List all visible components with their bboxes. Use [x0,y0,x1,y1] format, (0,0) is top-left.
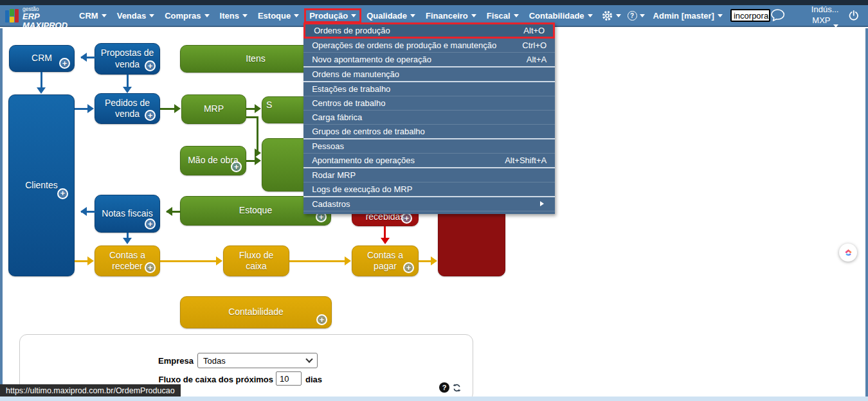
flow-arrow-head [381,238,390,249]
plus-circle-icon[interactable]: + [316,314,327,325]
node-label: Contabilidade [228,307,284,318]
node-label: Itens [246,53,265,65]
app-logo[interactable]: Sistema de gestão ERP MAXIPROD [5,1,68,30]
clickup-chevron-icon [843,247,854,258]
dropdown-item-ordens-de-manutencao[interactable]: Ordens de manutenção [303,67,555,82]
days-suffix-label: dias [305,375,322,384]
plus-circle-icon[interactable]: + [145,262,156,273]
menu-estoque[interactable]: Estoque [253,8,304,23]
chevron-down-icon [640,14,645,20]
dropdown-item-rodar-mrp[interactable]: Rodar MRP [303,168,555,183]
dropdown-item-shortcut: Alt+O [523,26,545,35]
menu-vendas[interactable]: Vendas [112,8,160,23]
menu-label: Qualidade [366,11,407,21]
admin-menu[interactable]: Admin [master] [648,8,728,23]
account-menu[interactable]: Horita Indús... MXP Samuel [794,0,838,37]
node-pedidos-venda[interactable]: Pedidos de venda+ [95,93,160,124]
node-notas-fiscais[interactable]: Notas fiscais+ [95,195,160,233]
menu-label: Produção [309,11,348,21]
account-user: MXP Samuel [794,15,830,37]
power-icon[interactable] [847,8,860,24]
node-contas-receber[interactable]: Contas a receber+ [95,245,160,276]
plus-circle-icon[interactable]: + [145,60,156,71]
dropdown-item-estacoes-de-trabalho[interactable]: Estações de trabalho [303,82,555,96]
dropdown-item-ordens-de-producao[interactable]: Ordens de produçãoAlt+O [303,22,555,39]
quick-search-input[interactable]: incorporar [730,9,770,22]
dropdown-item-pessoas[interactable]: Pessoas [303,139,555,154]
menu-itens[interactable]: Itens [215,8,253,23]
plus-circle-icon[interactable]: + [145,110,156,121]
dropdown-item-label: Ordens de manutenção [312,69,399,79]
days-input[interactable] [276,371,302,386]
dropdown-item-carga-fabrica[interactable]: Carga fábrica [303,111,555,125]
node-fluxo-caixa[interactable]: Fluxo de caixa [223,245,289,276]
flow-arrow-head [161,207,172,216]
flow-arrow-line [127,75,129,88]
flow-arrow-line [75,108,89,110]
chevron-down-icon [616,14,621,20]
clickup-widget-button[interactable] [839,244,857,262]
dropdown-item-label: Novo apontamento de operação [312,55,431,64]
node-label: MRP [204,103,224,115]
dropdown-item-operacoes-de-ordens-de-producao-e-manutencao[interactable]: Operações de ordens de produção e manute… [303,39,555,53]
dropdown-item-label: Apontamento de operações [312,156,415,165]
quick-search-value: incorporar [734,11,770,21]
flow-arrow-line [419,260,432,262]
status-url-tooltip: https://ultimo.maxiprod.com.br/OrdemProd… [0,384,181,397]
flow-arrow-head [76,207,87,216]
plus-circle-icon[interactable]: + [145,218,156,229]
plus-circle-icon[interactable]: + [59,58,70,69]
menu-contabilidade[interactable]: Contabilidade [524,8,598,23]
dropdown-item-grupos-de-centros-de-trabalho[interactable]: Grupos de centros de trabalho [303,125,555,139]
plus-circle-icon[interactable]: + [231,161,242,172]
node-label: CRM [32,53,52,64]
menu-crm[interactable]: CRM [74,8,112,23]
node-mao-de-obra[interactable]: Mão de obra+ [180,146,246,175]
node-mrp[interactable]: MRP [181,94,246,124]
dropdown-item-apontamento-de-operacoes[interactable]: Apontamento de operaçõesAlt+Shift+A [303,154,555,168]
window-border-bottom [0,397,868,401]
admin-menu-label: Admin [master] [653,11,714,21]
dropdown-item-novo-apontamento-de-operacao[interactable]: Novo apontamento de operaçãoAlt+A [303,53,555,67]
empresa-select[interactable]: Todas [197,353,318,368]
settings-menu[interactable] [598,10,624,22]
speech-bubble-icon[interactable] [770,6,785,24]
dropdown-item-label: Grupos de centros de trabalho [312,127,425,136]
node-propostas-venda[interactable]: Propostas de venda+ [95,43,160,75]
dropdown-item-logs-de-execucao-do-mrp[interactable]: Logs de execução do MRP [303,183,555,197]
empresa-select-value: Todas [203,356,226,366]
flow-arrow-head [345,256,356,265]
flow-arrow-line [41,72,42,89]
dropdown-item-label: Centros de trabalho [312,98,385,108]
dropdown-item-label: Ordens de produção [314,26,390,35]
menu-fiscal[interactable]: Fiscal [482,8,524,23]
plus-circle-icon[interactable]: + [401,213,412,224]
chevron-down-icon [471,14,476,20]
menu-financeiro[interactable]: Financeiro [420,8,482,23]
menu-compras[interactable]: Compras [159,8,214,23]
help-menu[interactable]: ? [624,11,648,21]
menu-qualidade[interactable]: Qualidade [361,8,420,23]
plus-circle-icon[interactable]: + [57,188,68,199]
node-crm[interactable]: CRM+ [9,45,75,72]
flow-arrow-head [255,104,266,113]
menu-label: Vendas [117,11,147,21]
topbar-right-group: Horita Indús... MXP Samuel [770,0,863,37]
maxiprod-logo-icon [5,8,19,22]
question-circle-filled-icon[interactable]: ? [439,382,449,393]
node-label: Clientes [25,180,58,192]
dropdown-item-label: Operações de ordens de produção e manute… [312,40,496,50]
node-clientes[interactable]: Clientes+ [8,94,75,276]
sync-icon[interactable] [452,383,462,393]
menu-label: Contabilidade [529,11,584,21]
chevron-down-icon [718,14,723,20]
plus-circle-icon[interactable]: + [403,262,414,273]
flow-arrow-head [431,256,442,265]
dropdown-item-cadastros[interactable]: Cadastros [303,197,555,211]
node-contabilidade[interactable]: Contabilidade+ [180,296,332,328]
node-contas-pagar[interactable]: Contas a pagar+ [352,245,419,276]
flow-arrow-line [160,108,176,110]
menu-producao[interactable]: ProduçãoOrdens de produçãoAlt+OOperações… [304,8,361,23]
dropdown-item-centros-de-trabalho[interactable]: Centros de trabalho [303,96,555,111]
node-label: Notas fiscais [102,208,152,220]
